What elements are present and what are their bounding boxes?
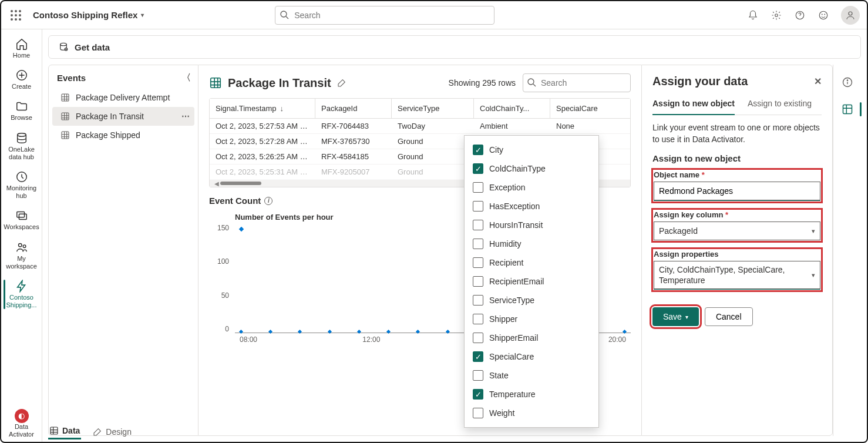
checkbox[interactable] (473, 257, 483, 268)
svg-point-6 (825, 14, 825, 15)
chevron-down-icon: ▾ (812, 227, 815, 235)
tab-design[interactable]: Design (92, 425, 133, 439)
feedback-icon[interactable] (817, 9, 829, 21)
checkbox[interactable] (473, 182, 483, 193)
tab-assign-new[interactable]: Assign to new object (652, 95, 735, 115)
chart-data-point (623, 329, 627, 333)
app-title-dropdown[interactable]: Contoso Shipping Reflex ▾ (33, 10, 144, 20)
checkbox[interactable] (473, 201, 483, 212)
checkbox[interactable]: ✓ (473, 163, 483, 174)
checkbox[interactable] (473, 239, 483, 249)
checkbox[interactable]: ✓ (473, 389, 483, 400)
events-panel: Events 〈 Package Delivery AttemptPackage… (48, 65, 199, 436)
search-icon (527, 78, 536, 89)
svg-line-1 (286, 16, 288, 19)
event-item[interactable]: Package In Transit⋯ (52, 107, 194, 126)
filter-option[interactable]: ✓Temperature (465, 385, 598, 404)
cancel-button[interactable]: Cancel (705, 307, 753, 326)
checkbox[interactable] (473, 333, 483, 343)
filter-option[interactable]: Shipper (465, 310, 598, 328)
nav-monitoring[interactable]: Monitoring hub (4, 167, 40, 203)
global-search (275, 6, 494, 25)
rail-info-icon[interactable] (838, 73, 857, 92)
nav-my-workspace[interactable]: My workspace (4, 237, 40, 274)
filter-option[interactable]: State (465, 366, 598, 385)
tab-assign-existing[interactable]: Assign to existing (748, 95, 812, 115)
table-search-input[interactable] (523, 73, 631, 92)
chevron-down-icon: ▾ (141, 12, 144, 18)
svg-point-41 (528, 79, 534, 85)
chart-data-point (357, 329, 361, 333)
chart-data-point (328, 329, 332, 333)
collapse-panel-icon[interactable]: 〈 (182, 72, 191, 83)
key-column-field-highlight: Assign key column * PackageId ▾ (652, 209, 822, 241)
table-row[interactable]: Oct 2, 2023, 5:27:53 AM UTCRFX-7064483Tw… (210, 119, 630, 134)
nav-home[interactable]: Home (4, 34, 40, 63)
checkbox[interactable]: ✓ (473, 145, 483, 155)
filter-option[interactable]: Exception (465, 178, 598, 197)
column-header[interactable]: PackageId (315, 99, 392, 118)
avatar[interactable] (841, 6, 860, 25)
nav-data-activator[interactable]: ◐Data Activator (4, 405, 40, 442)
svg-point-11 (17, 133, 26, 136)
svg-point-0 (281, 11, 287, 17)
checkbox[interactable] (473, 276, 483, 287)
filter-option[interactable]: ✓ColdChainType (465, 159, 598, 178)
filter-option[interactable]: ServiceType (465, 291, 598, 310)
nav-workspaces[interactable]: Workspaces (4, 206, 40, 234)
help-icon[interactable] (794, 9, 806, 21)
checkbox[interactable]: ✓ (473, 351, 483, 362)
checkbox[interactable] (473, 314, 483, 324)
filter-option[interactable]: ✓City (465, 140, 598, 159)
close-panel-icon[interactable]: ✕ (814, 76, 822, 87)
app-launcher-icon[interactable] (11, 10, 21, 21)
filter-option[interactable]: Humidity (465, 234, 598, 253)
nav-contoso-shipping[interactable]: Contoso Shipping... (4, 276, 40, 313)
svg-point-45 (847, 80, 847, 80)
properties-select[interactable]: City, ColdChainType, SpecialCare, Temper… (654, 261, 820, 289)
chart-data-point (386, 329, 391, 333)
svg-point-16 (23, 244, 26, 247)
nav-create[interactable]: Create (4, 65, 40, 94)
checkbox[interactable] (473, 295, 483, 306)
get-data-button[interactable]: Get data (48, 35, 861, 59)
save-button[interactable]: Save▾ (652, 307, 699, 326)
checkbox[interactable] (473, 408, 483, 418)
svg-point-5 (822, 14, 822, 15)
nav-onelake[interactable]: OneLake data hub (4, 128, 40, 165)
filter-option[interactable]: Recipient (465, 253, 598, 272)
chevron-down-icon: ▾ (812, 271, 815, 279)
filter-option[interactable]: Weight (465, 404, 598, 422)
column-header[interactable]: ColdChainTy... (474, 99, 550, 118)
event-item[interactable]: Package Shipped (52, 126, 194, 145)
events-header-label: Events (57, 73, 86, 83)
tab-data[interactable]: Data (48, 424, 81, 439)
nav-browse[interactable]: Browse (4, 96, 40, 125)
svg-rect-46 (843, 105, 852, 114)
filter-option[interactable]: RecipientEmail (465, 272, 598, 291)
rail-assign-data-icon[interactable] (838, 100, 857, 119)
key-column-select[interactable]: PackageId ▾ (654, 222, 820, 240)
more-icon[interactable]: ⋯ (181, 112, 190, 121)
filter-option[interactable]: HasException (465, 197, 598, 216)
svg-rect-26 (62, 113, 69, 120)
svg-rect-13 (16, 212, 24, 217)
filter-option[interactable]: ✓SpecialCare (465, 347, 598, 366)
event-item[interactable]: Package Delivery Attempt (52, 88, 194, 107)
checkbox[interactable] (473, 220, 483, 230)
column-header[interactable]: Signal.Timestamp ↓ (210, 99, 315, 118)
svg-rect-49 (51, 427, 58, 434)
svg-point-7 (849, 12, 852, 15)
column-header[interactable]: SpecialCare (550, 99, 609, 118)
checkbox[interactable] (473, 370, 483, 381)
filter-option[interactable]: ShipperEmail (465, 328, 598, 347)
global-search-input[interactable] (275, 6, 494, 25)
object-name-input[interactable] (654, 182, 820, 200)
column-header[interactable]: ServiceType (392, 99, 474, 118)
notifications-icon[interactable] (747, 9, 759, 21)
settings-icon[interactable] (771, 9, 782, 21)
chart-data-point (239, 227, 244, 231)
filter-option[interactable]: HoursInTransit (465, 216, 598, 234)
edit-title-icon[interactable] (337, 78, 346, 88)
info-icon[interactable]: i (264, 197, 272, 205)
